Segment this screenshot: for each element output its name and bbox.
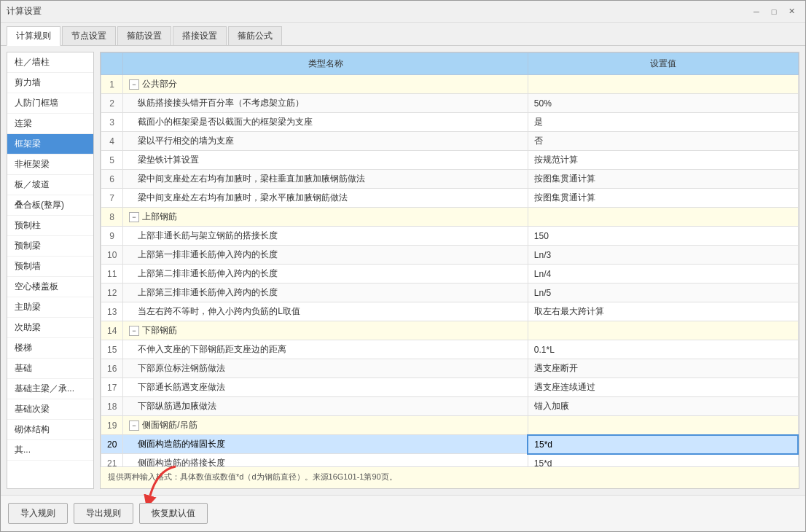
col-header-name: 类型名称: [123, 53, 528, 75]
table-row-14[interactable]: 15不伸入支座的下部钢筋距支座边的距离0.1*L: [101, 340, 799, 359]
table-row-16[interactable]: 17下部通长筋遇支座做法遇支座连续通过: [101, 378, 799, 397]
row-name-1: 纵筋搭接接头错开百分率（不考虑架立筋）: [123, 94, 528, 113]
table-row-15[interactable]: 16下部原位标注钢筋做法遇支座断开: [101, 359, 799, 378]
row-value-6: 按图集贯通计算: [528, 189, 798, 208]
minimize-button[interactable]: ─: [748, 5, 764, 18]
sidebar-item-9[interactable]: 预制梁: [7, 236, 93, 257]
sidebar: 柱／墙柱 剪力墙 人防门框墙 连梁 框架梁 非框架梁 板／坡道 叠合板(整厚) …: [7, 52, 94, 489]
sidebar-item-2[interactable]: 人防门框墙: [7, 93, 93, 114]
table-row-9[interactable]: 10上部第一排非通长筋伸入跨内的长度Ln/3: [101, 246, 799, 265]
footer: 导入规则 导出规则 恢复默认值: [1, 495, 805, 531]
window-controls: ─ □ ✕: [748, 5, 799, 18]
table-row-5[interactable]: 6梁中间支座处左右均有加腋时，梁柱垂直加腋加腋钢筋做法按图集贯通计算: [101, 170, 799, 189]
sidebar-item-5[interactable]: 非框架梁: [7, 154, 93, 175]
table-row-3[interactable]: 4梁以平行相交的墙为支座否: [101, 132, 799, 151]
window-title: 计算设置: [7, 5, 42, 17]
col-header-value: 设置值: [528, 53, 798, 75]
row-name-12: 当左右跨不等时，伸入小跨内负筋的L取值: [123, 302, 528, 321]
table-container[interactable]: 类型名称 设置值 1－公共部分2纵筋搭接接头错开百分率（不考虑架立筋）50%3截…: [101, 52, 799, 466]
tab-splice-settings[interactable]: 搭接设置: [173, 26, 227, 45]
row-value-15: 遇支座断开: [528, 359, 798, 378]
row-value-9: Ln/3: [528, 246, 798, 265]
arrow-indicator: [136, 463, 187, 505]
row-num-19: 20: [101, 435, 123, 454]
tab-calc-rules[interactable]: 计算规则: [7, 26, 60, 46]
row-num-13: 14: [101, 321, 123, 340]
section-collapse-icon[interactable]: －: [129, 212, 139, 222]
table-row-10[interactable]: 11上部第二排非通长筋伸入跨内的长度Ln/4: [101, 265, 799, 283]
table-row-section-18[interactable]: 19－侧面钢筋/吊筋: [101, 416, 799, 435]
row-value-1: 50%: [528, 94, 798, 113]
row-name-7: －上部钢筋: [123, 208, 528, 227]
row-num-3: 4: [101, 132, 123, 151]
sidebar-item-12[interactable]: 主助梁: [7, 297, 93, 318]
row-num-2: 3: [101, 113, 123, 132]
row-name-2: 截面小的框架梁是否以截面大的框架梁为支座: [123, 113, 528, 132]
row-num-8: 9: [101, 227, 123, 246]
row-num-15: 16: [101, 359, 123, 378]
import-rules-button[interactable]: 导入规则: [8, 503, 68, 524]
col-header-num: [101, 53, 123, 75]
sidebar-item-17[interactable]: 基础次梁: [7, 399, 93, 420]
tab-node-settings[interactable]: 节点设置: [62, 26, 116, 45]
sidebar-item-8[interactable]: 预制柱: [7, 216, 93, 236]
row-value-11: Ln/5: [528, 283, 798, 302]
row-name-17: 下部纵筋遇加腋做法: [123, 397, 528, 416]
section-collapse-icon[interactable]: －: [129, 79, 139, 90]
sidebar-item-6[interactable]: 板／坡道: [7, 175, 93, 195]
tab-stirrup-formula[interactable]: 箍筋公式: [228, 26, 282, 45]
row-value-16: 遇支座连续通过: [528, 378, 798, 397]
row-num-5: 6: [101, 170, 123, 189]
export-rules-button[interactable]: 导出规则: [74, 503, 133, 524]
sidebar-item-14[interactable]: 楼梯: [7, 338, 93, 359]
row-name-10: 上部第二排非通长筋伸入跨内的长度: [123, 265, 528, 283]
row-value-19[interactable]: 15*d: [528, 435, 798, 454]
tab-stirrup-settings[interactable]: 箍筋设置: [117, 26, 171, 45]
row-num-16: 17: [101, 378, 123, 397]
section-collapse-icon[interactable]: －: [129, 326, 139, 336]
row-num-18: 19: [101, 416, 123, 435]
restore-defaults-button[interactable]: 恢复默认值: [139, 503, 208, 524]
table-row-section-7[interactable]: 8－上部钢筋: [101, 208, 799, 227]
row-num-14: 15: [101, 340, 123, 359]
row-num-10: 11: [101, 265, 123, 283]
close-button[interactable]: ✕: [783, 5, 799, 18]
sidebar-item-18[interactable]: 砌体结构: [7, 420, 93, 440]
sidebar-item-7[interactable]: 叠合板(整厚): [7, 195, 93, 216]
sidebar-item-10[interactable]: 预制墙: [7, 257, 93, 277]
table-row-1[interactable]: 2纵筋搭接接头错开百分率（不考虑架立筋）50%: [101, 94, 799, 113]
row-name-18: －侧面钢筋/吊筋: [123, 416, 528, 435]
row-value-0: [528, 75, 798, 94]
table-row-4[interactable]: 5梁垫铁计算设置按规范计算: [101, 151, 799, 170]
sidebar-item-1[interactable]: 剪力墙: [7, 73, 93, 93]
table-row-17[interactable]: 18下部纵筋遇加腋做法锚入加腋: [101, 397, 799, 416]
table-row-20[interactable]: 21侧面构造筋的搭接长度15*d: [101, 454, 799, 467]
row-value-20: 15*d: [528, 454, 798, 467]
table-row-section-13[interactable]: 14－下部钢筋: [101, 321, 799, 340]
maximize-button[interactable]: □: [766, 5, 782, 18]
table-row-12[interactable]: 13当左右跨不等时，伸入小跨内负筋的L取值取左右最大跨计算: [101, 302, 799, 321]
table-row-section-0[interactable]: 1－公共部分: [101, 75, 799, 94]
sidebar-item-13[interactable]: 次助梁: [7, 318, 93, 338]
sidebar-item-3[interactable]: 连梁: [7, 114, 93, 134]
sidebar-item-15[interactable]: 基础: [7, 359, 93, 379]
row-num-7: 8: [101, 208, 123, 227]
row-value-14: 0.1*L: [528, 340, 798, 359]
row-num-17: 18: [101, 397, 123, 416]
sidebar-item-0[interactable]: 柱／墙柱: [7, 52, 93, 73]
section-collapse-icon[interactable]: －: [129, 420, 139, 431]
table-row-6[interactable]: 7梁中间支座处左右均有加腋时，梁水平腋加腋钢筋做法按图集贯通计算: [101, 189, 799, 208]
row-value-18: [528, 416, 798, 435]
table-row-2[interactable]: 3截面小的框架梁是否以截面大的框架梁为支座是: [101, 113, 799, 132]
row-value-13: [528, 321, 798, 340]
section-label: 下部钢筋: [142, 325, 177, 335]
row-name-19: 侧面构造筋的锚固长度: [123, 435, 528, 454]
sidebar-item-4[interactable]: 框架梁: [7, 134, 93, 154]
sidebar-item-19[interactable]: 其...: [7, 440, 93, 461]
sidebar-item-11[interactable]: 空心楼盖板: [7, 277, 93, 297]
sidebar-item-16[interactable]: 基础主梁／承...: [7, 379, 93, 399]
table-row-19[interactable]: 20侧面构造筋的锚固长度15*d: [101, 435, 799, 454]
table-row-11[interactable]: 12上部第三排非通长筋伸入跨内的长度Ln/5: [101, 283, 799, 302]
table-row-8[interactable]: 9上部非通长筋与架立钢筋的搭接长度150: [101, 227, 799, 246]
row-name-0: －公共部分: [123, 75, 528, 94]
